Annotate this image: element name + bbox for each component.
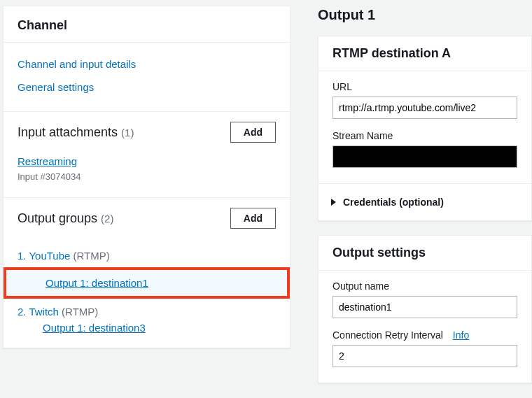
channel-panel: Channel Channel and input details Genera… xyxy=(3,6,290,348)
retry-info-link[interactable]: Info xyxy=(453,329,469,341)
output-group-twitch: 2. Twitch (RTMP) Output 1: destination3 xyxy=(18,304,276,336)
input-attachments-section: Input attachments (1) Add Restreaming In… xyxy=(4,111,290,197)
general-settings-link[interactable]: General settings xyxy=(18,76,276,99)
retry-interval-label: Connection Retry Interval Info xyxy=(332,329,517,341)
rtmp-destination-title: RTMP destination A xyxy=(318,36,531,71)
output-groups-count: (2) xyxy=(101,213,113,225)
output-group-youtube: 1. YouTube (RTMP) Output 1: destination1 xyxy=(18,248,276,299)
add-output-group-button[interactable]: Add xyxy=(230,208,276,229)
output-groups-title-text: Output groups xyxy=(18,211,97,225)
url-input[interactable] xyxy=(332,97,517,119)
output-link-selected[interactable]: Output 1: destination1 xyxy=(46,277,148,289)
url-label: URL xyxy=(332,81,517,92)
stream-name-label: Stream Name xyxy=(332,130,517,141)
output-link[interactable]: Output 1: destination3 xyxy=(43,322,146,334)
credentials-expander[interactable]: Credentials (optional) xyxy=(318,183,531,220)
channel-details-link[interactable]: Channel and input details xyxy=(18,52,276,76)
add-input-button[interactable]: Add xyxy=(230,122,276,143)
channel-links: Channel and input details General settin… xyxy=(4,43,290,111)
selected-output-highlight: Output 1: destination1 xyxy=(4,267,290,299)
output-settings-title: Output settings xyxy=(318,236,531,271)
output-group-proto: (RTMP) xyxy=(74,250,110,262)
credentials-label: Credentials (optional) xyxy=(343,197,444,208)
output-groups-title: Output groups (2) xyxy=(18,211,113,226)
channel-panel-title: Channel xyxy=(4,6,290,43)
output-group-link[interactable]: 1. YouTube xyxy=(18,250,70,262)
output-group-index: 1. xyxy=(18,250,27,262)
output-name-input[interactable] xyxy=(332,296,517,318)
input-attachments-title-text: Input attachments xyxy=(18,125,118,139)
input-attachment-note: Input #3074034 xyxy=(18,171,276,186)
input-attachment-link[interactable]: Restreaming xyxy=(18,151,276,171)
output-group-name: 1. YouTube (RTMP) xyxy=(18,248,276,263)
output-group-label: YouTube xyxy=(29,250,70,262)
rtmp-destination-card: RTMP destination A URL Stream Name Crede… xyxy=(318,36,532,221)
input-attachments-count: (1) xyxy=(121,127,134,138)
caret-right-icon xyxy=(331,199,336,206)
retry-interval-label-text: Connection Retry Interval xyxy=(332,329,443,341)
output-name-label: Output name xyxy=(332,280,517,292)
output-group-name: 2. Twitch (RTMP) xyxy=(18,304,276,319)
output-groups-section: Output groups (2) Add 1. YouTube (RTMP) … xyxy=(4,197,290,348)
retry-interval-input[interactable] xyxy=(332,345,517,367)
output-group-proto: (RTMP) xyxy=(62,306,98,318)
output-settings-card: Output settings Output name Connection R… xyxy=(318,235,532,383)
stream-name-input[interactable] xyxy=(332,145,517,168)
output-group-link[interactable]: 2. Twitch xyxy=(18,306,59,318)
output-group-index: 2. xyxy=(18,306,27,318)
output-group-label: Twitch xyxy=(29,306,59,318)
page-title: Output 1 xyxy=(318,7,532,36)
input-attachments-title: Input attachments (1) xyxy=(18,125,134,140)
